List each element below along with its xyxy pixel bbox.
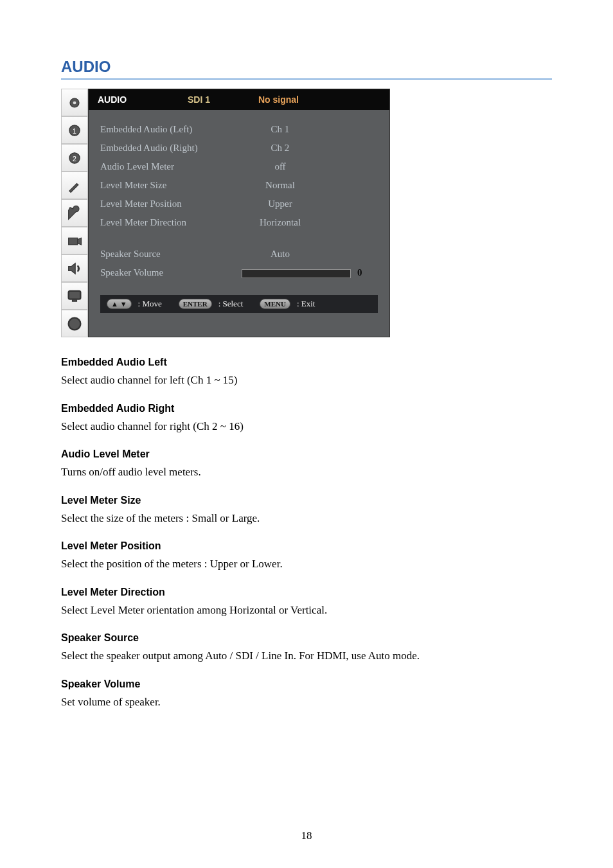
- svg-rect-10: [73, 299, 77, 301]
- osd-row-label: Embedded Audio (Left): [100, 124, 242, 135]
- osd-row-value: Upper: [242, 199, 319, 209]
- gear1-icon: 1: [61, 116, 88, 144]
- osd-row-label: Level Meter Direction: [100, 217, 242, 228]
- section-title: Level Meter Direction: [61, 587, 552, 598]
- osd-panel: AUDIO SDI 1 No signal Embedded Audio (Le…: [88, 89, 390, 337]
- osd-header-source: SDI 1: [188, 94, 258, 105]
- osd-row-label: Speaker Volume: [100, 267, 242, 278]
- osd-volume-row: Speaker Volume 0: [100, 263, 378, 282]
- osd-row-value: Auto: [242, 249, 319, 260]
- move-label: : Move: [138, 299, 162, 309]
- osd-row-value: Ch 2: [242, 143, 319, 154]
- svg-rect-9: [69, 290, 81, 299]
- osd-footer: ▲ ▼ : Move ENTER : Select MENU : Exit: [100, 295, 378, 313]
- section-title: Level Meter Size: [61, 495, 552, 506]
- osd-row: Level Meter SizeNormal: [100, 176, 378, 195]
- volume-value: 0: [357, 267, 362, 278]
- osd-icon-column: 1 2 i: [61, 89, 88, 337]
- section-body: Select audio channel for left (Ch 1 ~ 15…: [61, 372, 552, 389]
- osd-row: Audio Level Meteroff: [100, 157, 378, 176]
- page-number: 18: [0, 829, 613, 842]
- exit-label: : Exit: [297, 299, 315, 309]
- section-body: Select audio channel for right (Ch 2 ~ 1…: [61, 418, 552, 435]
- osd-row-label: Level Meter Position: [100, 199, 242, 209]
- osd-row-value: off: [242, 161, 319, 172]
- svg-marker-7: [78, 238, 82, 245]
- section-body: Select Level Meter orientation among Hor…: [61, 602, 552, 619]
- osd-row: Speaker SourceAuto: [100, 245, 378, 263]
- section-body: Select the speaker output among Auto / S…: [61, 648, 552, 664]
- osd-row: Level Meter DirectionHorizontal: [100, 213, 378, 232]
- osd-row: Level Meter PositionUpper: [100, 195, 378, 213]
- osd-header-title: AUDIO: [98, 94, 188, 105]
- volume-slider: 0: [242, 267, 362, 278]
- osd-row-value: Horizontal: [242, 217, 319, 228]
- osd-row-label: Speaker Source: [100, 249, 242, 260]
- svg-text:1: 1: [73, 127, 76, 134]
- svg-text:2: 2: [73, 154, 76, 162]
- select-label: : Select: [218, 299, 244, 309]
- osd-header-signal: No signal: [258, 94, 299, 105]
- section-body: Set volume of speaker.: [61, 694, 552, 711]
- svg-text:i: i: [73, 319, 75, 329]
- content-sections: Embedded Audio Left Select audio channel…: [61, 357, 552, 710]
- osd-row-label: Level Meter Size: [100, 180, 242, 191]
- camera-icon: [61, 227, 88, 254]
- osd-row-value: Normal: [242, 180, 319, 191]
- osd-row-label: Embedded Audio (Right): [100, 143, 242, 154]
- osd-body: Embedded Audio (Left)Ch 1 Embedded Audio…: [89, 110, 389, 319]
- section-body: Select the size of the meters : Small or…: [61, 510, 552, 527]
- wrench-icon: [61, 199, 88, 227]
- speaker-icon: [61, 254, 88, 282]
- section-body: Select the position of the meters : Uppe…: [61, 556, 552, 572]
- section-title: Embedded Audio Left: [61, 357, 552, 368]
- menu-key-icon: MENU: [260, 299, 290, 309]
- osd-row-value: Ch 1: [242, 124, 319, 135]
- gear-icon: [61, 89, 88, 116]
- enter-key-icon: ENTER: [179, 299, 212, 309]
- section-title: Level Meter Position: [61, 540, 552, 552]
- page-title: AUDIO: [61, 58, 552, 80]
- svg-point-1: [73, 101, 76, 104]
- svg-marker-8: [69, 263, 76, 273]
- osd-row: Embedded Audio (Left)Ch 1: [100, 120, 378, 139]
- section-body: Turns on/off audio level meters.: [61, 464, 552, 481]
- section-title: Speaker Volume: [61, 678, 552, 690]
- section-title: Audio Level Meter: [61, 448, 552, 460]
- tools-icon: [61, 172, 88, 199]
- info-icon: i: [61, 310, 88, 337]
- osd-row: Embedded Audio (Right)Ch 2: [100, 139, 378, 157]
- osd-header: AUDIO SDI 1 No signal: [89, 89, 389, 110]
- osd-screenshot: 1 2 i AUDIO SDI 1 No signal Embedded Aud…: [61, 89, 552, 337]
- updown-key-icon: ▲ ▼: [107, 299, 132, 309]
- section-title: Speaker Source: [61, 632, 552, 644]
- monitor-icon: [61, 282, 88, 310]
- gear2-icon: 2: [61, 144, 88, 172]
- svg-rect-6: [69, 238, 78, 245]
- section-title: Embedded Audio Right: [61, 403, 552, 414]
- osd-row-label: Audio Level Meter: [100, 161, 242, 172]
